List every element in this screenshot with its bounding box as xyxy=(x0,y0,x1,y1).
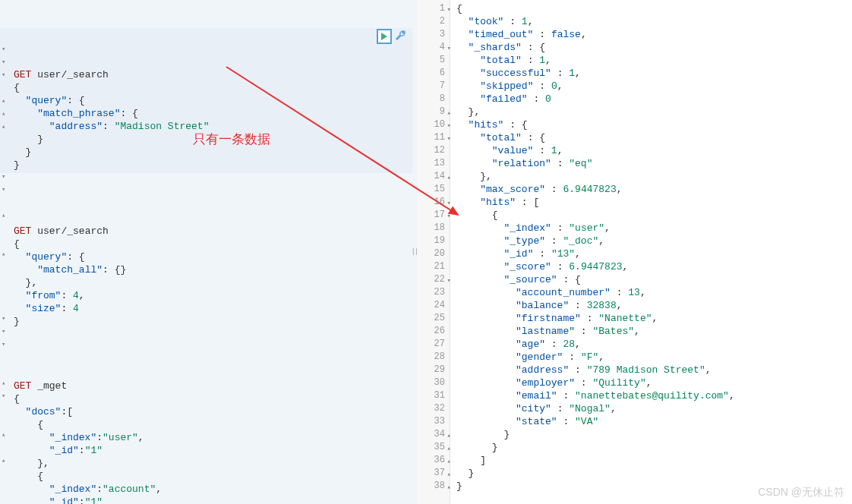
wrench-icon xyxy=(395,30,407,42)
svg-marker-0 xyxy=(381,33,387,40)
http-method: GET xyxy=(14,225,31,237)
line-number-gutter: 1▾234▾56789▴10▾11▾121314▴1516▾17▾1819202… xyxy=(417,0,450,504)
request-pane[interactable]: ▾▾▾▴▴▴ GET user/_search { "query": { "ma… xyxy=(0,0,412,504)
run-query-button[interactable] xyxy=(377,29,392,44)
active-query-block[interactable]: ▾▾▾▴▴▴ GET user/_search { "query": { "ma… xyxy=(0,28,412,173)
watermark: CSDN @无休止符 xyxy=(758,486,844,499)
request-path: _mget xyxy=(37,380,67,392)
request-path: user/_search xyxy=(37,225,109,237)
annotation-text: 只有一条数据 xyxy=(193,131,270,148)
play-icon xyxy=(380,33,388,40)
response-body[interactable]: { "took" : 1, "timed_out" : false, "_sha… xyxy=(450,0,852,504)
response-pane: 1▾234▾56789▴10▾11▾121314▴1516▾17▾1819202… xyxy=(417,0,852,504)
http-method: GET xyxy=(14,380,31,392)
http-method: GET xyxy=(14,69,31,80)
settings-button[interactable] xyxy=(394,29,408,43)
request-editor[interactable]: ▾▾▾▴▴▴ GET user/_search { "query": { "ma… xyxy=(0,0,412,504)
query-actions xyxy=(377,29,408,44)
request-path: user/_search xyxy=(37,69,109,80)
